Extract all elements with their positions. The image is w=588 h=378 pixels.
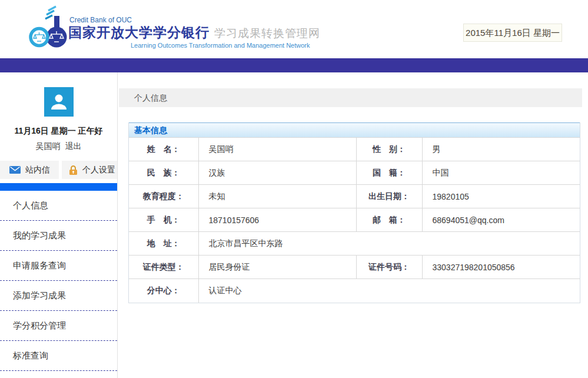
- subcenter-value: 认证中心: [198, 279, 580, 303]
- id-type-label: 证件类型：: [129, 256, 198, 279]
- nationality-label: 国 籍：: [356, 161, 422, 185]
- gender-value: 男: [422, 138, 580, 161]
- name-value: 吴国哨: [198, 138, 356, 161]
- logout-link[interactable]: 退出: [65, 141, 81, 151]
- gender-label: 性 别：: [356, 138, 422, 161]
- sidebar-item-personal-info[interactable]: 个人信息: [0, 191, 117, 221]
- address-value: 北京市昌平区中东路: [198, 232, 580, 256]
- site-title: 国家开放大学学分银行: [68, 25, 210, 40]
- top-navbar: [0, 58, 588, 72]
- panel-title: 基本信息: [129, 122, 580, 137]
- table-row: 分中心： 认证中心: [129, 279, 580, 303]
- email-label: 邮 箱：: [356, 208, 422, 232]
- mail-icon: [9, 166, 21, 174]
- sidebar-accent-strip: [0, 183, 117, 191]
- education-label: 教育程度：: [129, 185, 198, 208]
- user-avatar: [44, 87, 74, 117]
- messages-button-label: 站内信: [25, 165, 50, 175]
- table-row: 教育程度： 未知 出生日期： 19820105: [129, 185, 580, 208]
- birthdate-label: 出生日期：: [356, 185, 422, 208]
- email-value: 68694051@qq.com: [422, 208, 580, 232]
- name-label: 姓 名：: [129, 138, 198, 161]
- table-row: 民 族： 汉族 国 籍： 中国: [129, 161, 580, 185]
- id-number-value: 330327198201050856: [422, 256, 580, 279]
- mobile-value: 18710157606: [198, 208, 356, 232]
- ethnicity-label: 民 族：: [129, 161, 198, 185]
- ethnicity-value: 汉族: [198, 161, 356, 185]
- nationality-value: 中国: [422, 161, 580, 185]
- basic-info-panel: 基本信息 姓 名： 吴国哨 性 别： 男 民 族： 汉族 国 籍： 中国: [128, 122, 580, 303]
- sidebar: 11月16日 星期一 正午好 吴国哨 退出 站内信: [0, 72, 118, 378]
- person-icon: [49, 92, 69, 112]
- sidebar-item-standard-query[interactable]: 标准查询: [0, 341, 117, 371]
- id-number-label: 证件号码：: [356, 256, 422, 279]
- site-header: Credit Bank of OUC 国家开放大学学分银行学习成果转换管理网 L…: [0, 0, 588, 58]
- education-value: 未知: [198, 185, 356, 208]
- credit-bank-logo-icon: [26, 3, 71, 52]
- greeting-text: 11月16日 星期一 正午好: [0, 126, 117, 138]
- lock-icon: [69, 165, 78, 175]
- table-row: 姓 名： 吴国哨 性 别： 男: [129, 138, 580, 161]
- mobile-label: 手 机：: [129, 208, 198, 232]
- personal-settings-button-label: 个人设置: [82, 165, 115, 175]
- current-date: 2015年11月16日 星期一: [463, 24, 562, 42]
- table-row: 手 机： 18710157606 邮 箱： 68694051@qq.com: [129, 208, 580, 232]
- birthdate-value: 19820105: [422, 185, 580, 208]
- sidebar-item-credit-points-management[interactable]: 学分积分管理: [0, 311, 117, 341]
- site-subtitle: 学习成果转换管理网: [214, 27, 320, 39]
- page-title: 个人信息: [119, 88, 582, 107]
- basic-info-table: 姓 名： 吴国哨 性 别： 男 民 族： 汉族 国 籍： 中国 教育程度： 未知: [129, 137, 580, 303]
- table-row: 证件类型： 居民身份证 证件号码： 330327198201050856: [129, 256, 580, 279]
- page: Credit Bank of OUC 国家开放大学学分银行学习成果转换管理网 L…: [0, 0, 588, 378]
- address-label: 地 址：: [129, 232, 198, 256]
- logo-english-name: Credit Bank of OUC: [69, 16, 132, 24]
- site-subtitle-english: Learning Outcomes Transformation and Man…: [131, 42, 310, 49]
- subcenter-label: 分中心：: [129, 279, 198, 303]
- sidebar-menu: 个人信息 我的学习成果 申请服务查询 添加学习成果 学分积分管理 标准查询: [0, 191, 117, 371]
- sidebar-item-add-learning-outcomes[interactable]: 添加学习成果: [0, 281, 117, 311]
- messages-button[interactable]: 站内信: [0, 161, 59, 179]
- id-type-value: 居民身份证: [198, 256, 356, 279]
- main-content: 个人信息 基本信息 姓 名： 吴国哨 性 别： 男 民 族： 汉族 国 籍：: [118, 72, 588, 378]
- table-row: 地 址： 北京市昌平区中东路: [129, 232, 580, 256]
- user-name: 吴国哨: [36, 141, 61, 151]
- personal-settings-button[interactable]: 个人设置: [62, 161, 117, 179]
- sidebar-item-application-service-query[interactable]: 申请服务查询: [0, 251, 117, 281]
- sidebar-item-my-learning-outcomes[interactable]: 我的学习成果: [0, 221, 117, 251]
